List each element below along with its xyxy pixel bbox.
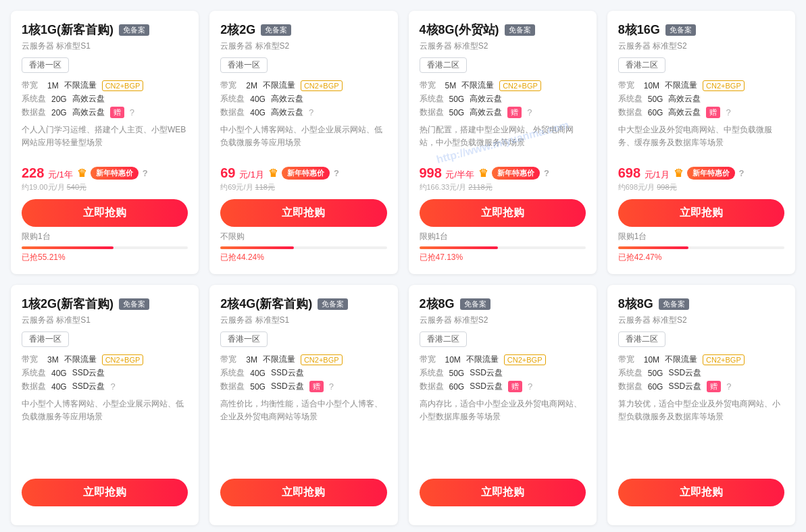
product-card-1: 1核1G(新客首购) 免备案 云服务器 标准型S1 香港一区 带宽 1M 不限流… — [11, 11, 199, 274]
beian-badge: 免备案 — [460, 298, 490, 310]
region-tag: 香港一区 — [22, 331, 188, 354]
card-sub: 云服务器 标准型S2 — [420, 315, 586, 326]
buy-button[interactable]: 立即抢购 — [618, 199, 784, 227]
buy-button[interactable]: 立即抢购 — [618, 479, 784, 506]
bandwidth-label: 带宽 — [22, 354, 42, 365]
datadisk-info-icon[interactable]: ? — [130, 107, 134, 117]
datadisk-info-icon[interactable]: ? — [110, 381, 115, 392]
sysdisk-label: 系统盘 — [420, 93, 444, 105]
product-grid: 1核1G(新客首购) 免备案 云服务器 标准型S1 香港一区 带宽 1M 不限流… — [0, 0, 806, 532]
datadisk-row: 数据盘 60G SSD云盘 赠 ? — [420, 381, 586, 392]
card-sub: 云服务器 标准型S1 — [22, 315, 188, 326]
grabbed-text: 已抢44.24% — [220, 252, 386, 263]
buy-button[interactable]: 立即抢购 — [22, 479, 188, 506]
sysdisk-label: 系统盘 — [22, 93, 46, 105]
beian-badge: 免备案 — [261, 24, 291, 36]
buy-button[interactable]: 立即抢购 — [420, 479, 586, 506]
gift-badge: 赠 — [508, 381, 522, 392]
datadisk-row: 数据盘 50G 高效云盘 赠 ? — [420, 107, 586, 118]
buy-button[interactable]: 立即抢购 — [220, 199, 386, 227]
datadisk-label: 数据盘 — [220, 107, 245, 118]
info-icon[interactable]: ? — [544, 168, 549, 178]
datadisk-size: 50G — [250, 382, 266, 392]
region-label: 香港一区 — [220, 57, 268, 73]
bandwidth-value: 2M — [246, 81, 257, 90]
sysdisk-label: 系统盘 — [618, 93, 643, 105]
specs: 带宽 3M 不限流量 CN2+BGP 系统盘 40G SSD云盘 数据盘 40G… — [22, 354, 188, 392]
bandwidth-label: 带宽 — [22, 80, 42, 91]
special-badge: 新年特惠价 — [282, 167, 330, 180]
bandwidth-label: 带宽 — [220, 80, 241, 91]
card-sub: 云服务器 标准型S1 — [22, 41, 188, 52]
price-area: 998 元/半年 ♛ 新年特惠价 ? 约166.33元/月 2118元 — [420, 165, 586, 192]
bandwidth-value: 3M — [246, 355, 257, 365]
datadisk-size: 40G — [51, 382, 67, 392]
sysdisk-row: 系统盘 50G SSD云盘 — [420, 367, 586, 379]
special-badge: 新年特惠价 — [492, 167, 540, 180]
card-desc: 个人入门学习运维、搭建个人主页、小型WEB网站应用等轻量型场景 — [22, 124, 188, 159]
card-desc: 中小型个人博客网站、小型企业展示网站、低负载微服务等应用场景 — [22, 398, 188, 433]
card-header: 4核8G(外贸站) 免备案 — [420, 22, 586, 38]
info-icon[interactable]: ? — [143, 168, 148, 178]
region-tag: 香港一区 — [220, 57, 386, 80]
info-icon[interactable]: ? — [739, 168, 745, 178]
buy-button[interactable]: 立即抢购 — [22, 199, 188, 227]
sysdisk-row: 系统盘 40G SSD云盘 — [220, 367, 386, 379]
datadisk-size: 60G — [449, 382, 465, 392]
cn2-badge: CN2+BGP — [504, 354, 546, 365]
sysdisk-size: 50G — [449, 369, 465, 378]
sysdisk-label: 系统盘 — [220, 93, 245, 105]
card-title: 8核16G — [618, 22, 660, 38]
datadisk-info-icon[interactable]: ? — [726, 107, 730, 117]
sysdisk-row: 系统盘 50G SSD云盘 — [618, 367, 784, 379]
card-header: 2核8G 免备案 — [420, 296, 586, 312]
sysdisk-size: 20G — [51, 95, 67, 104]
datadisk-row: 数据盘 40G SSD云盘 ? — [22, 381, 188, 392]
buy-button[interactable]: 立即抢购 — [220, 479, 386, 506]
datadisk-row: 数据盘 20G 高效云盘 赠 ? — [22, 107, 188, 118]
sysdisk-label: 系统盘 — [22, 367, 46, 379]
datadisk-row: 数据盘 60G 高效云盘 赠 ? — [618, 107, 784, 118]
bandwidth-row: 带宽 10M 不限流量 CN2+BGP — [618, 80, 784, 91]
datadisk-info-icon[interactable]: ? — [527, 107, 532, 117]
limit-text: 限购1台 — [420, 231, 586, 242]
specs: 带宽 10M 不限流量 CN2+BGP 系统盘 50G SSD云盘 数据盘 60… — [618, 354, 784, 392]
bandwidth-row: 带宽 2M 不限流量 CN2+BGP — [220, 80, 386, 91]
card-title: 2核2G — [220, 22, 255, 38]
region-label: 香港二区 — [618, 57, 665, 73]
sysdisk-row: 系统盘 50G 高效云盘 — [420, 93, 586, 105]
datadisk-info-icon[interactable]: ? — [528, 381, 532, 392]
beian-badge: 免备案 — [119, 298, 149, 310]
progress-bar-fill — [618, 246, 689, 249]
card-header: 1核2G(新客首购) 免备案 — [22, 296, 188, 312]
progress-bar-fill — [22, 246, 114, 249]
specs: 带宽 3M 不限流量 CN2+BGP 系统盘 40G SSD云盘 数据盘 50G… — [220, 354, 386, 392]
limit-text: 不限购 — [220, 231, 386, 242]
product-card-2: 2核2G 免备案 云服务器 标准型S2 香港一区 带宽 2M 不限流量 CN2+… — [209, 11, 397, 274]
region-tag: 香港一区 — [220, 331, 386, 354]
traffic-value: 不限流量 — [263, 354, 295, 365]
datadisk-info-icon[interactable]: ? — [329, 381, 334, 392]
datadisk-info-icon[interactable]: ? — [726, 381, 731, 392]
info-icon[interactable]: ? — [334, 168, 339, 178]
sysdisk-size: 40G — [51, 369, 67, 378]
progress-bar-bg — [420, 246, 586, 249]
buy-button[interactable]: 立即抢购 — [420, 199, 586, 227]
card-sub: 云服务器 标准型S2 — [618, 315, 784, 326]
card-desc: 算力较优，适合中型企业及外贸电商网站、小型负载微服务及数据库等场景 — [618, 398, 784, 433]
datadisk-info-icon[interactable]: ? — [309, 107, 313, 117]
sysdisk-type: SSD云盘 — [72, 367, 105, 379]
progress-bar-fill — [220, 246, 294, 249]
sysdisk-size: 50G — [648, 95, 663, 104]
bandwidth-value: 10M — [644, 355, 659, 365]
datadisk-row: 数据盘 50G SSD云盘 赠 ? — [220, 381, 386, 392]
bandwidth-row: 带宽 10M 不限流量 CN2+BGP — [420, 354, 586, 365]
card-desc: 高性价比，均衡性能，适合中小型个人博客、企业及外贸电商网站等场景 — [220, 398, 386, 433]
gift-badge: 赠 — [309, 381, 324, 392]
grabbed-text: 已抢42.47% — [618, 252, 784, 263]
cn2-badge: CN2+BGP — [301, 354, 343, 365]
sysdisk-type: 高效云盘 — [72, 93, 105, 105]
price-main: 698 元/1月 ♛ 新年特惠价 ? — [618, 165, 784, 181]
region-label: 香港一区 — [22, 331, 69, 347]
progress-bar-bg — [618, 246, 784, 249]
